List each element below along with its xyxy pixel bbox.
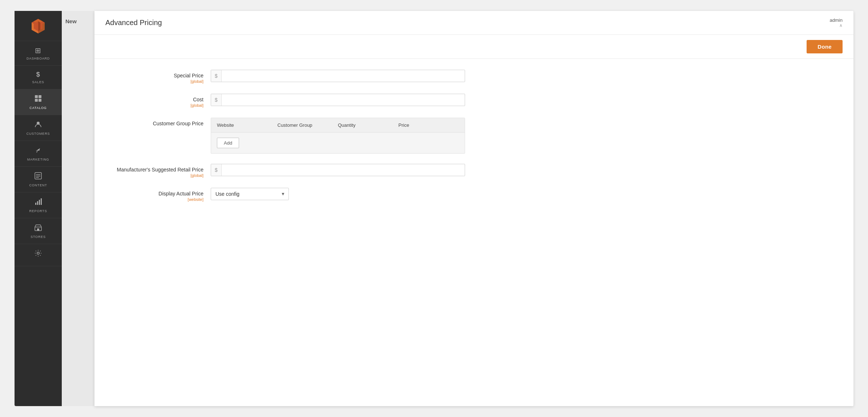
- cost-control: $: [211, 94, 839, 106]
- left-panel: New: [62, 11, 94, 406]
- modal-toolbar: Done: [94, 35, 853, 59]
- stores-icon: [34, 223, 42, 233]
- svg-rect-15: [37, 201, 38, 205]
- left-panel-header-text: New: [62, 11, 94, 32]
- cost-label: Cost: [109, 97, 203, 102]
- customer-group-price-row: Customer Group Price Website Customer Gr…: [109, 118, 839, 154]
- sidebar-item-content[interactable]: CONTENT: [15, 167, 62, 193]
- sidebar-item-reports[interactable]: REPORTS: [15, 193, 62, 218]
- special-price-control: $: [211, 70, 839, 82]
- col-website: Website: [217, 122, 278, 128]
- msrp-scope: [global]: [109, 173, 203, 178]
- svg-point-20: [37, 252, 39, 254]
- col-customer-group: Customer Group: [278, 122, 338, 128]
- sidebar-item-stores[interactable]: STORES: [15, 218, 62, 244]
- special-price-row: Special Price [global] $: [109, 70, 839, 84]
- sidebar-item-marketing[interactable]: MARKETING: [15, 141, 62, 167]
- svg-rect-14: [35, 203, 36, 205]
- modal-title: Advanced Pricing: [105, 19, 162, 27]
- col-price: Price: [399, 122, 459, 128]
- reports-icon: [34, 198, 42, 207]
- sidebar-navigation: ⊞ DASHBOARD $ SALES CATALOG CUSTOMERS: [15, 41, 62, 266]
- msrp-input[interactable]: [222, 164, 465, 176]
- group-price-table: Website Customer Group Quantity Price Ad…: [211, 118, 465, 154]
- msrp-label-group: Manufacturer's Suggested Retail Price [g…: [109, 164, 211, 178]
- sidebar-item-marketing-label: MARKETING: [27, 158, 49, 161]
- svg-rect-13: [36, 177, 39, 178]
- col-quantity: Quantity: [338, 122, 399, 128]
- display-actual-price-control: Use config On Gesture In Cart Before Ord…: [211, 188, 839, 200]
- group-price-table-body: Add: [211, 133, 465, 153]
- special-price-label: Special Price: [109, 73, 203, 78]
- sidebar: ⊞ DASHBOARD $ SALES CATALOG CUSTOMERS: [15, 11, 62, 406]
- msrp-currency-icon: $: [211, 164, 222, 176]
- svg-rect-19: [37, 228, 39, 231]
- display-actual-price-label-group: Display Actual Price [website]: [109, 188, 211, 202]
- sidebar-item-system[interactable]: [15, 244, 62, 266]
- special-price-input-wrapper: $: [211, 70, 465, 82]
- display-actual-price-row: Display Actual Price [website] Use confi…: [109, 188, 839, 202]
- sidebar-item-catalog-label: CATALOG: [29, 106, 47, 110]
- msrp-input-wrapper: $: [211, 164, 465, 176]
- display-actual-price-label: Display Actual Price: [109, 191, 203, 197]
- msrp-label: Manufacturer's Suggested Retail Price: [109, 167, 203, 173]
- customers-icon: [34, 120, 42, 130]
- special-price-input[interactable]: [222, 70, 465, 82]
- sidebar-item-content-label: CONTENT: [29, 183, 47, 187]
- msrp-row: Manufacturer's Suggested Retail Price [g…: [109, 164, 839, 178]
- advanced-pricing-panel: Advanced Pricing admin ∧ Done Special Pr…: [94, 11, 853, 406]
- group-price-table-header: Website Customer Group Quantity Price: [211, 118, 465, 133]
- sidebar-item-catalog[interactable]: CATALOG: [15, 89, 62, 115]
- admin-user-area[interactable]: admin ∧: [830, 17, 843, 28]
- sales-icon: $: [36, 71, 40, 78]
- sidebar-item-reports-label: REPORTS: [29, 209, 47, 213]
- cost-input-wrapper: $: [211, 94, 465, 106]
- cost-scope: [global]: [109, 103, 203, 108]
- sidebar-item-sales[interactable]: $ SALES: [15, 66, 62, 89]
- display-actual-price-select[interactable]: Use config On Gesture In Cart Before Ord…: [211, 188, 289, 200]
- cost-row: Cost [global] $: [109, 94, 839, 108]
- system-icon: [34, 249, 42, 259]
- svg-rect-17: [41, 198, 42, 205]
- catalog-icon: [34, 94, 42, 104]
- display-actual-price-select-wrapper: Use config On Gesture In Cart Before Ord…: [211, 188, 289, 200]
- add-customer-group-price-button[interactable]: Add: [217, 138, 239, 148]
- cost-currency-icon: $: [211, 94, 222, 106]
- svg-rect-8: [39, 99, 41, 102]
- msrp-control: $: [211, 164, 839, 176]
- sidebar-item-customers-label: CUSTOMERS: [27, 132, 50, 135]
- marketing-icon: [34, 146, 42, 156]
- sidebar-item-customers[interactable]: CUSTOMERS: [15, 115, 62, 141]
- content-icon: [34, 172, 42, 182]
- svg-rect-7: [35, 99, 38, 102]
- sidebar-item-stores-label: STORES: [31, 235, 46, 239]
- magento-logo-icon: [29, 17, 47, 35]
- cost-input[interactable]: [222, 94, 465, 106]
- customer-group-price-control: Website Customer Group Quantity Price Ad…: [211, 118, 839, 154]
- sidebar-item-sales-label: SALES: [32, 80, 44, 84]
- modal-form-body: Special Price [global] $ Cost [global]: [94, 59, 853, 406]
- modal-header: Advanced Pricing admin ∧: [94, 11, 853, 35]
- done-button[interactable]: Done: [807, 40, 843, 53]
- svg-rect-12: [36, 176, 40, 177]
- svg-rect-11: [36, 174, 40, 175]
- display-actual-price-scope: [website]: [109, 197, 203, 202]
- svg-rect-16: [39, 200, 40, 205]
- admin-chevron-icon: ∧: [839, 23, 843, 28]
- dashboard-icon: ⊞: [35, 46, 41, 55]
- customer-group-price-label-group: Customer Group Price: [109, 118, 211, 126]
- sidebar-item-dashboard[interactable]: ⊞ DASHBOARD: [15, 41, 62, 66]
- customer-group-price-label: Customer Group Price: [109, 121, 203, 126]
- svg-rect-6: [39, 95, 41, 98]
- svg-rect-5: [35, 95, 38, 98]
- logo-area: [15, 11, 62, 41]
- sidebar-item-dashboard-label: DASHBOARD: [27, 57, 50, 60]
- cost-label-group: Cost [global]: [109, 94, 211, 108]
- special-price-currency-icon: $: [211, 70, 222, 82]
- special-price-label-group: Special Price [global]: [109, 70, 211, 84]
- special-price-scope: [global]: [109, 79, 203, 84]
- admin-username: admin: [830, 17, 843, 23]
